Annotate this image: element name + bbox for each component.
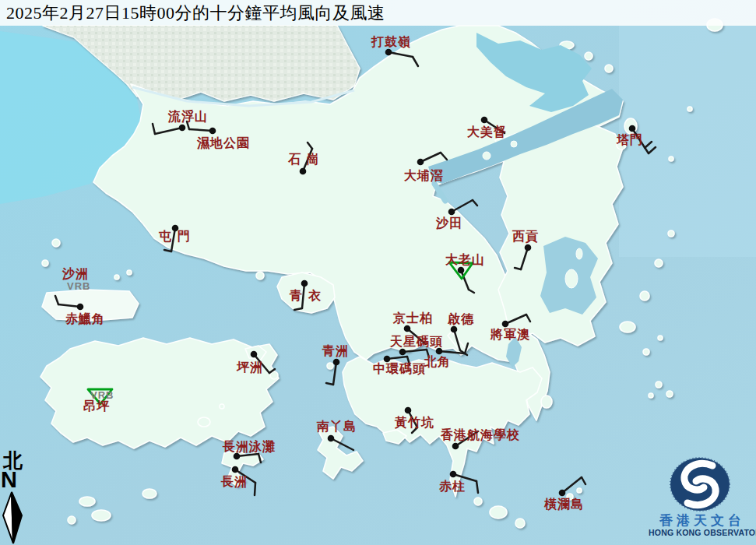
airport-island bbox=[42, 290, 139, 321]
ma-wan-island bbox=[256, 272, 264, 280]
kau-sai-chau-island bbox=[565, 269, 578, 288]
mirs-bay-water bbox=[619, 23, 756, 257]
lantau-island bbox=[40, 338, 279, 448]
hko-logo-chinese: 香港天文台 bbox=[649, 514, 756, 527]
sharp-island bbox=[576, 248, 582, 259]
hko-logo: 香港天文台 HONG KONG OBSERVATORY bbox=[649, 445, 756, 545]
north-arrow-icon bbox=[0, 491, 31, 545]
wind-map-app: 打鼓嶺流浮山濕地公園石崗大美督塔門大埔滘沙田屯門沙洲VRB赤鱲角青衣大老山西貢京… bbox=[0, 0, 756, 545]
hko-logo-icon bbox=[649, 445, 756, 515]
map-title: 2025年2月27日15時00分的十分鐘平均風向及風速 bbox=[0, 0, 756, 26]
hong-kong-map bbox=[0, 0, 756, 545]
tolo-islet bbox=[483, 152, 491, 160]
tolo-islet bbox=[511, 141, 517, 147]
north-compass: 北 N bbox=[0, 451, 34, 545]
compass-north-letter: N bbox=[1, 469, 17, 491]
hko-logo-english: HONG KONG OBSERVATORY bbox=[649, 529, 756, 537]
